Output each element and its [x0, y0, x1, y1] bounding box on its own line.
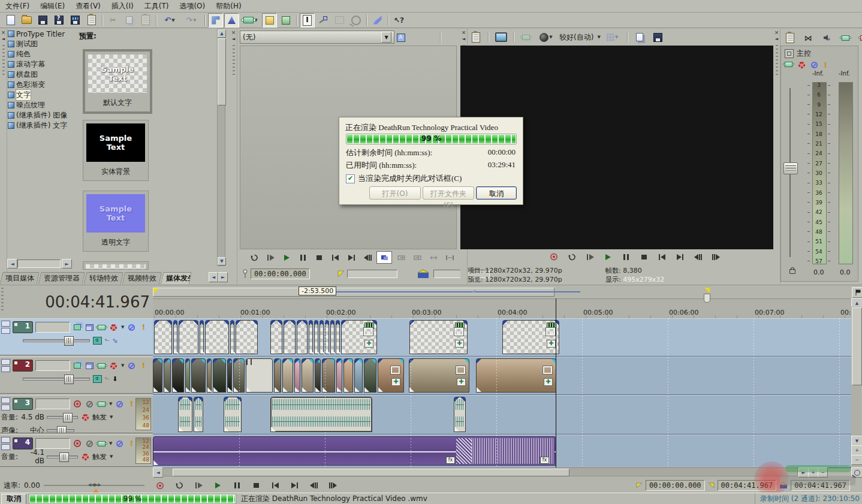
redo-dropdown-icon[interactable]: ▼	[193, 18, 196, 23]
checkbox-check-icon[interactable]: ✔	[346, 174, 355, 183]
track-motion-button[interactable]	[85, 323, 94, 331]
stop-button[interactable]	[249, 480, 263, 491]
split-screen-button[interactable]	[519, 30, 534, 44]
video-event[interactable]: ✚	[246, 358, 273, 393]
select-left-button[interactable]	[394, 252, 408, 263]
event-fx-icon[interactable]: fx	[446, 457, 455, 464]
video-event[interactable]: ✚	[153, 358, 162, 393]
dim-output-button[interactable]	[819, 31, 834, 45]
preview-quality-button[interactable]: ▼	[537, 30, 556, 44]
loop-playback-button[interactable]	[247, 252, 261, 263]
rate-value[interactable]: 0.00	[24, 481, 40, 490]
title-event[interactable]: ✚	[173, 320, 177, 354]
track-number[interactable]: 2	[13, 360, 33, 372]
video-event[interactable]: ✚	[343, 358, 353, 393]
scroll-left-icon[interactable]: ◄	[7, 259, 17, 268]
play-from-start-button[interactable]	[191, 480, 206, 491]
enable-snapping-button[interactable]	[208, 13, 223, 28]
mute-button[interactable]	[114, 439, 124, 448]
dock-tab[interactable]: 转场特效	[84, 272, 123, 284]
pause-button[interactable]	[619, 251, 633, 262]
video-event[interactable]: ✚	[227, 358, 232, 393]
preset-transparent-text[interactable]: SampleText 透明文字	[83, 191, 149, 252]
video-event[interactable]: ✚	[476, 358, 556, 393]
chevron-down-icon[interactable]: ▼	[110, 415, 113, 420]
trigger-label[interactable]: 触发	[92, 412, 107, 422]
track-1-content[interactable]: ✚✚✚✚✚✚✚✚✚✚✚✚✚✚✚✚✚✚✚	[153, 318, 851, 357]
play-button[interactable]	[601, 251, 615, 262]
play-from-start-button[interactable]	[583, 251, 597, 262]
generator-item[interactable]: 滚动字幕	[7, 59, 74, 70]
whats-this-help-button[interactable]: ↖?	[391, 13, 406, 28]
next-frame-button[interactable]	[709, 251, 723, 262]
selection-end-field[interactable]: 00:04:41.967	[718, 480, 777, 491]
pan-value[interactable]: 中心	[20, 425, 44, 434]
track-name-field[interactable]	[35, 399, 70, 409]
master-mute-icon[interactable]	[811, 62, 818, 68]
preset-default-text[interactable]: SampleText 默认文字	[83, 49, 152, 114]
make-child-icon[interactable]: ⬇	[112, 375, 117, 383]
mute-button[interactable]	[126, 361, 136, 370]
parent-composite-icon[interactable]: α	[92, 336, 102, 345]
solo-button[interactable]: !	[126, 439, 136, 448]
cancel-button[interactable]: 取消	[476, 186, 517, 200]
play-button[interactable]	[279, 252, 294, 263]
chevron-down-icon[interactable]: ▼	[597, 35, 600, 40]
track-header-1[interactable]: 1 ▼ ! α ⬑ ⬂	[0, 318, 153, 355]
chevron-down-icon[interactable]: ▼	[381, 32, 391, 43]
track-name-field[interactable]	[35, 360, 70, 371]
save-snapshot-button[interactable]	[650, 30, 665, 44]
save-as-button[interactable]	[52, 13, 67, 28]
auto-ripple-button[interactable]: ▼	[240, 13, 261, 28]
status-cancel-button[interactable]: 取消	[1, 494, 26, 504]
track-3-content[interactable]	[153, 395, 851, 434]
pan-crop-icon[interactable]	[456, 366, 465, 374]
selection-start-field[interactable]: 00:00:00.000	[646, 480, 705, 491]
generator-item[interactable]: 棋盘图	[7, 70, 74, 80]
zoom-tool-button[interactable]	[851, 467, 862, 478]
chevron-down-icon[interactable]: ▼	[109, 402, 112, 406]
close-icon[interactable]: ×	[774, 30, 779, 35]
cut-button[interactable]: ✂	[106, 13, 120, 28]
pan-crop-icon[interactable]	[391, 366, 400, 374]
dock-tab[interactable]: 视频特效	[122, 272, 162, 284]
open-button[interactable]: 打开(O)	[369, 186, 421, 200]
event-fx-icon[interactable]: ✚	[391, 378, 400, 386]
stop-button[interactable]	[637, 251, 651, 262]
trimmer-timecode-field[interactable]: 00:00:00.000	[251, 268, 310, 279]
video-event[interactable]: ✚	[409, 358, 469, 393]
music-audio-event[interactable]: fx fx	[153, 436, 556, 466]
title-event[interactable]: ✚	[325, 320, 329, 354]
generator-item[interactable]: ProType Titler	[7, 29, 74, 39]
track-number[interactable]: 1	[13, 321, 33, 333]
dock-tab[interactable]: 项目媒体	[0, 272, 40, 284]
track-name-field[interactable]	[35, 322, 70, 333]
open-button[interactable]	[19, 13, 34, 28]
preview-quality-label[interactable]: 较好(自动)	[558, 32, 595, 43]
volume-slider[interactable]	[47, 455, 78, 458]
dock-grip[interactable]	[233, 45, 235, 76]
fader-thumb[interactable]	[783, 162, 798, 174]
video-event[interactable]: ✚	[302, 358, 314, 393]
paint-tool-button[interactable]	[370, 13, 385, 28]
title-event[interactable]: ✚	[236, 320, 258, 354]
trigger-label[interactable]: 触发	[92, 452, 107, 462]
close-icon[interactable]: ×	[231, 30, 236, 35]
solo-button[interactable]: !	[138, 323, 148, 331]
generator-list-hscrollbar[interactable]: ◄ ►	[7, 259, 72, 268]
title-event[interactable]: ✚	[284, 320, 296, 354]
tab-scroll-left-icon[interactable]: ◄	[209, 272, 218, 282]
video-event[interactable]: ✚	[213, 358, 226, 393]
dock-tab[interactable]: 媒体发生器	[161, 272, 192, 284]
title-event[interactable]: ✚	[330, 320, 334, 354]
track-fx-button[interactable]	[97, 400, 106, 408]
title-event[interactable]: ✚	[409, 320, 468, 354]
master-solo-icon[interactable]: !	[824, 62, 827, 69]
track-motion-button[interactable]	[85, 361, 94, 370]
hscroll-thumb[interactable]	[173, 469, 569, 476]
track-minmax[interactable]	[1, 321, 10, 334]
timeline-current-time[interactable]: 00:04:41.967	[18, 293, 150, 311]
automation-settings-button[interactable]	[108, 323, 118, 331]
video-event[interactable]: ✚	[191, 358, 206, 393]
loop-playback-button[interactable]	[565, 251, 579, 262]
